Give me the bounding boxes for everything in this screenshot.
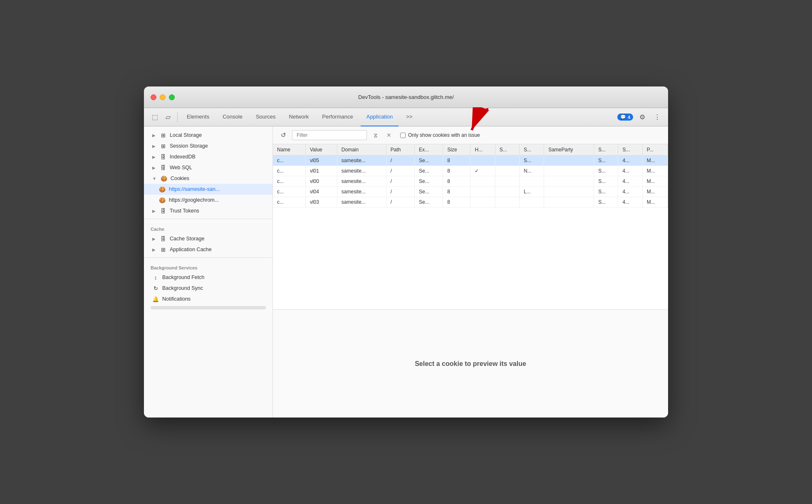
sidebar-item-cookies-google[interactable]: 🍪 https://googlechrom... xyxy=(144,195,272,205)
table-cell: vl00 xyxy=(305,176,337,187)
sidebar-item-session-storage[interactable]: ▶ ⊞ Session Storage xyxy=(144,141,272,151)
sidebar-item-cache-storage[interactable]: ▶ 🗄 Cache Storage xyxy=(144,233,272,244)
traffic-lights xyxy=(151,94,175,100)
cookie-table: Name Value Domain Path Ex... Size H... S… xyxy=(273,144,668,309)
col-size[interactable]: Size xyxy=(443,144,470,156)
refresh-button[interactable]: ↺ xyxy=(278,130,289,141)
table-cell xyxy=(470,197,495,208)
filter-icon[interactable]: ⧖ xyxy=(370,130,381,141)
col-s1[interactable]: S... xyxy=(594,144,618,156)
table-cell xyxy=(544,156,594,166)
cookie-small-icon: 🍪 xyxy=(159,197,166,203)
table-cell xyxy=(495,156,519,166)
cursor-icon[interactable]: ⬚ xyxy=(149,111,161,123)
table-cell: samesite... xyxy=(337,156,386,166)
message-badge[interactable]: 💬 4 xyxy=(617,114,633,121)
table-cell: L... xyxy=(519,187,544,197)
col-expires[interactable]: Ex... xyxy=(415,144,443,156)
table-cell: 4... xyxy=(618,187,642,197)
sidebar-item-indexeddb[interactable]: ▶ 🗄 IndexedDB xyxy=(144,151,272,162)
sidebar-item-web-sql[interactable]: ▶ 🗄 Web SQL xyxy=(144,162,272,173)
database-icon: 🗄 xyxy=(160,208,166,214)
table-cell: ✓ xyxy=(470,166,495,176)
table-cell: 8 xyxy=(443,156,470,166)
settings-icon[interactable]: ⚙ xyxy=(636,111,648,123)
table-cell: 4... xyxy=(618,166,642,176)
maximize-button[interactable] xyxy=(169,94,175,100)
tab-application[interactable]: Application xyxy=(361,108,399,126)
table-row[interactable]: c...vl01samesite.../Se...8✓N...S...4...M… xyxy=(273,166,668,176)
toolbar-right: 💬 4 ⚙ ⋮ xyxy=(617,111,663,123)
table-cell xyxy=(470,187,495,197)
table-cell xyxy=(544,166,594,176)
database-icon: 🗄 xyxy=(160,235,166,242)
col-p[interactable]: P... xyxy=(642,144,668,156)
col-samesite[interactable]: S... xyxy=(519,144,544,156)
table-cell: c... xyxy=(273,187,305,197)
tab-console[interactable]: Console xyxy=(217,108,248,126)
table-cell: Se... xyxy=(415,187,443,197)
titlebar: DevTools - samesite-sandbox.glitch.me/ xyxy=(144,86,668,108)
table-row[interactable]: c...vl03samesite.../Se...8S...4...M... xyxy=(273,197,668,208)
col-path[interactable]: Path xyxy=(386,144,414,156)
table-cell: / xyxy=(386,166,414,176)
sidebar-item-cookies-samesite[interactable]: 🍪 https://samesite-san... xyxy=(144,184,272,195)
table-cell: samesite... xyxy=(337,166,386,176)
grid-icon: ⊞ xyxy=(160,132,166,138)
col-s2[interactable]: S... xyxy=(618,144,642,156)
device-icon[interactable]: ▱ xyxy=(162,111,174,123)
table-cell: M... xyxy=(642,156,668,166)
table-cell xyxy=(544,176,594,187)
more-icon[interactable]: ⋮ xyxy=(651,111,663,123)
table-cell: samesite... xyxy=(337,176,386,187)
table-cell: / xyxy=(386,197,414,208)
table-row[interactable]: c...vl00samesite.../Se...8S...4...M... xyxy=(273,176,668,187)
sidebar-scrollbar[interactable] xyxy=(151,306,266,309)
sidebar-item-background-fetch[interactable]: ↕ Background Fetch xyxy=(144,272,272,283)
only-show-issues-checkbox[interactable] xyxy=(400,133,406,138)
table-cell xyxy=(495,166,519,176)
tab-elements[interactable]: Elements xyxy=(181,108,215,126)
cookies-data-table: Name Value Domain Path Ex... Size H... S… xyxy=(273,144,668,208)
clear-filter-button[interactable]: ✕ xyxy=(384,131,394,140)
sidebar-item-trust-tokens[interactable]: ▶ 🗄 Trust Tokens xyxy=(144,205,272,216)
table-cell: M... xyxy=(642,166,668,176)
minimize-button[interactable] xyxy=(160,94,166,100)
sidebar-item-background-sync[interactable]: ↻ Background Sync xyxy=(144,283,272,294)
table-cell: 4... xyxy=(618,156,642,166)
main-panel: ↺ ⧖ ✕ Only show cookies with an issue xyxy=(273,126,668,418)
table-row[interactable]: c...vl04samesite.../Se...8L...S...4...M.… xyxy=(273,187,668,197)
table-cell xyxy=(544,197,594,208)
database-icon: 🗄 xyxy=(160,153,166,160)
table-cell: S... xyxy=(594,197,618,208)
table-header-row: Name Value Domain Path Ex... Size H... S… xyxy=(273,144,668,156)
collapse-arrow-icon: ▼ xyxy=(152,176,156,181)
table-cell: 4... xyxy=(618,176,642,187)
expand-arrow-icon: ▶ xyxy=(152,247,156,252)
filter-input[interactable] xyxy=(292,130,367,140)
sidebar-item-local-storage[interactable]: ▶ ⊞ Local Storage xyxy=(144,130,272,141)
table-cell xyxy=(495,197,519,208)
close-button[interactable] xyxy=(151,94,156,100)
only-show-issues-checkbox-label[interactable]: Only show cookies with an issue xyxy=(400,132,480,138)
table-row[interactable]: c...vl05samesite.../Se...8S...S...4...M.… xyxy=(273,156,668,166)
tab-sources[interactable]: Sources xyxy=(250,108,282,126)
col-value[interactable]: Value xyxy=(305,144,337,156)
col-domain[interactable]: Domain xyxy=(337,144,386,156)
sidebar-item-application-cache[interactable]: ▶ ⊞ Application Cache xyxy=(144,244,272,255)
sidebar-item-notifications[interactable]: 🔔 Notifications xyxy=(144,294,272,304)
col-sameparty[interactable]: SameParty xyxy=(544,144,594,156)
sidebar-divider xyxy=(144,219,272,219)
tab-network[interactable]: Network xyxy=(283,108,315,126)
col-name[interactable]: Name xyxy=(273,144,305,156)
expand-arrow-icon: ▶ xyxy=(152,155,156,159)
toolbar-separator xyxy=(177,112,178,122)
sidebar-item-cookies[interactable]: ▼ 🍪 Cookies xyxy=(144,173,272,184)
tab-performance[interactable]: Performance xyxy=(316,108,359,126)
tab-more[interactable]: >> xyxy=(400,108,418,126)
table-cell: 8 xyxy=(443,187,470,197)
grid-icon: ⊞ xyxy=(160,143,166,149)
col-httponly[interactable]: H... xyxy=(470,144,495,156)
table-cell: S... xyxy=(594,187,618,197)
col-secure[interactable]: S... xyxy=(495,144,519,156)
